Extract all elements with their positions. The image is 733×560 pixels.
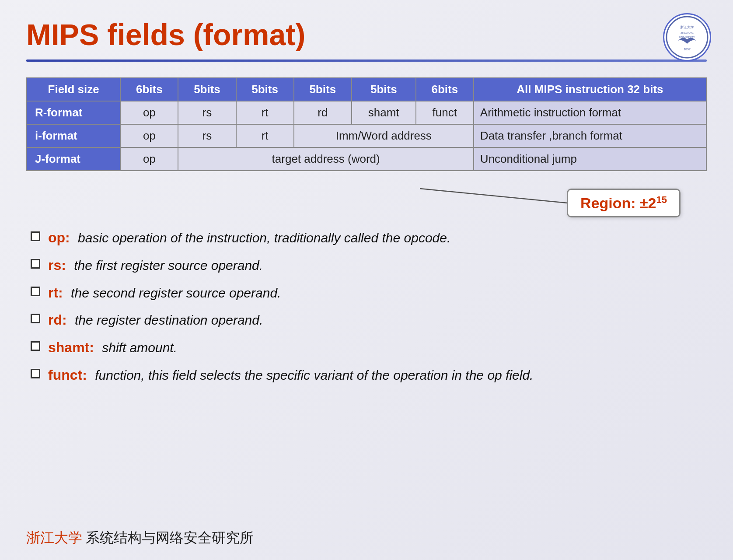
col-header-5bits-1: 5bits bbox=[178, 78, 236, 101]
bullet-key-rd: rd: bbox=[48, 312, 67, 328]
rformat-description: Arithmetic instruction format bbox=[474, 101, 706, 124]
bullet-value-rt: the second register source operand. bbox=[71, 286, 281, 300]
bullet-value-funct: function, this field selects the specifi… bbox=[95, 368, 533, 382]
bullet-value-shamt: shift amount. bbox=[102, 340, 177, 355]
bullet-op: op: basic operation of the instruction, … bbox=[31, 228, 707, 248]
bullet-rt: rt: the second register source operand. bbox=[31, 283, 707, 303]
bullet-square-op bbox=[31, 231, 40, 241]
bullet-value-rd: the register destination operand. bbox=[75, 313, 263, 327]
bullet-shamt: shamt: shift amount. bbox=[31, 338, 707, 357]
page-title: MIPS fields (format) bbox=[26, 18, 707, 52]
bullet-content-rd: rd: the register destination operand. bbox=[48, 310, 263, 330]
col-header-5bits-3: 5bits bbox=[294, 78, 352, 101]
rformat-rt: rt bbox=[236, 101, 294, 124]
bullet-key-rs: rs: bbox=[48, 257, 66, 273]
svg-text:浙江大学: 浙江大学 bbox=[680, 25, 694, 29]
table-row-jformat: J-format op target address (word) Uncond… bbox=[27, 147, 706, 171]
bullet-key-rt: rt: bbox=[48, 285, 63, 301]
bullet-content-rt: rt: the second register source operand. bbox=[48, 283, 281, 303]
logo: 浙江大学 ZHEJIANG UNIVERSITY 1897 bbox=[663, 13, 711, 61]
table-row-iformat: i-format op rs rt Imm/Word address Data … bbox=[27, 124, 706, 147]
bullet-content-rs: rs: the first register source operand. bbox=[48, 256, 263, 275]
iformat-rs: rs bbox=[178, 124, 236, 147]
jformat-op: op bbox=[120, 147, 178, 171]
footer: 浙江大学 系统结构与网络安全研究所 bbox=[26, 528, 254, 548]
logo-svg: 浙江大学 ZHEJIANG UNIVERSITY 1897 bbox=[665, 15, 709, 59]
bullet-content-shamt: shamt: shift amount. bbox=[48, 338, 177, 357]
rformat-rd: rd bbox=[294, 101, 352, 124]
footer-zh-lab: 系统结构与网络安全研究所 bbox=[86, 530, 254, 546]
rformat-op: op bbox=[120, 101, 178, 124]
region-callout-box: Region: ±215 bbox=[567, 189, 681, 217]
svg-text:ZHEJIANG: ZHEJIANG bbox=[681, 32, 694, 34]
iformat-rt: rt bbox=[236, 124, 294, 147]
rformat-rs: rs bbox=[178, 101, 236, 124]
svg-text:1897: 1897 bbox=[684, 48, 691, 51]
col-header-allbits: All MIPS instruction 32 bits bbox=[474, 78, 706, 101]
jformat-target: target address (word) bbox=[178, 147, 473, 171]
slide: 浙江大学 ZHEJIANG UNIVERSITY 1897 MIPS field… bbox=[0, 0, 733, 560]
format-table: Field size 6bits 5bits 5bits 5bits 5bits… bbox=[26, 77, 707, 171]
iformat-op: op bbox=[120, 124, 178, 147]
rformat-label: R-format bbox=[27, 101, 120, 124]
bullet-square-shamt bbox=[31, 341, 40, 351]
col-header-6bits-1: 6bits bbox=[120, 78, 178, 101]
bullet-rs: rs: the first register source operand. bbox=[31, 256, 707, 275]
bullet-funct: funct: function, this field selects the … bbox=[31, 365, 707, 385]
bullet-value-rs: the first register source operand. bbox=[74, 258, 263, 273]
bullet-square-rs bbox=[31, 259, 40, 269]
title-underline bbox=[26, 60, 707, 62]
bullets-section: op: basic operation of the instruction, … bbox=[31, 228, 707, 385]
jformat-label: J-format bbox=[27, 147, 120, 171]
region-superscript: 15 bbox=[656, 194, 667, 205]
bullet-square-rd bbox=[31, 314, 40, 323]
bullet-key-funct: funct: bbox=[48, 367, 87, 383]
bullet-square-rt bbox=[31, 287, 40, 296]
col-header-5bits-2: 5bits bbox=[236, 78, 294, 101]
footer-zh-univ: 浙江大学 bbox=[26, 530, 82, 546]
col-header-fieldsize: Field size bbox=[27, 78, 120, 101]
bullet-rd: rd: the register destination operand. bbox=[31, 310, 707, 330]
callout-area: Region: ±215 bbox=[26, 184, 707, 224]
table-row-rformat: R-format op rs rt rd shamt funct Arithme… bbox=[27, 101, 706, 124]
jformat-description: Unconditional jump bbox=[474, 147, 706, 171]
iformat-description: Data transfer ,branch format bbox=[474, 124, 706, 147]
svg-text:UNIVERSITY: UNIVERSITY bbox=[679, 36, 695, 38]
bullet-key-shamt: shamt: bbox=[48, 340, 94, 355]
region-label: Region: ±2 bbox=[580, 195, 656, 211]
bullet-square-funct bbox=[31, 369, 40, 378]
col-header-6bits-2: 6bits bbox=[416, 78, 474, 101]
bullet-content-op: op: basic operation of the instruction, … bbox=[48, 228, 450, 248]
bullet-content-funct: funct: function, this field selects the … bbox=[48, 365, 533, 385]
rformat-funct: funct bbox=[416, 101, 474, 124]
rformat-shamt: shamt bbox=[352, 101, 416, 124]
bullet-key-op: op: bbox=[48, 230, 70, 245]
iformat-label: i-format bbox=[27, 124, 120, 147]
col-header-5bits-4: 5bits bbox=[352, 78, 416, 101]
iformat-imm: Imm/Word address bbox=[294, 124, 474, 147]
bullet-value-op: basic operation of the instruction, trad… bbox=[78, 231, 450, 245]
